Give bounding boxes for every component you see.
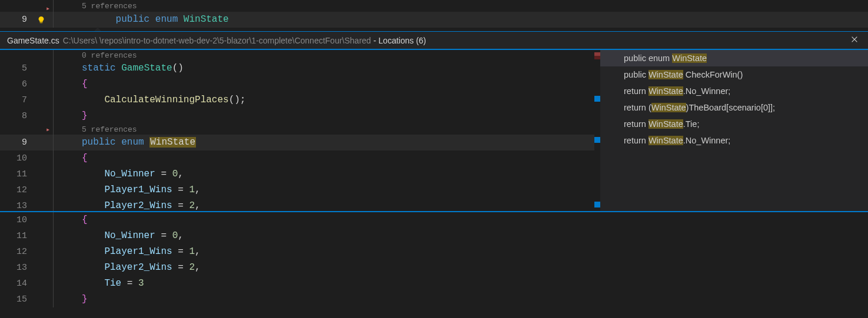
code-line[interactable]: 9 public enum WinState bbox=[0, 12, 868, 28]
code-line[interactable]: 15} bbox=[0, 292, 868, 307]
peek-pointer-icon bbox=[94, 27, 101, 31]
peek-code-editor[interactable]: 0 references 5 static GameState() 6 { 7 … bbox=[0, 50, 594, 211]
svg-rect-0 bbox=[40, 22, 42, 23]
peek-locations-label: Locations (6) bbox=[378, 36, 426, 45]
error-marker-icon: ▸ bbox=[46, 1, 50, 17]
reference-item[interactable]: public enum WinState bbox=[600, 50, 868, 66]
peek-references-list[interactable]: public enum WinStatepublic WinState Chec… bbox=[600, 50, 868, 211]
close-icon[interactable] bbox=[848, 33, 861, 48]
reference-item[interactable]: return WinState.No_Winner; bbox=[600, 83, 868, 99]
reference-item[interactable]: return WinState.Tie; bbox=[600, 116, 868, 132]
top-editor: ▸ 5 references 9 public enum WinState bbox=[0, 0, 868, 31]
reference-item[interactable]: public WinState CheckForWin() bbox=[600, 66, 868, 83]
peek-filepath: C:\Users\ \repos\intro-to-dotnet-web-dev… bbox=[63, 36, 371, 45]
reference-item[interactable]: return (WinState)TheBoard[scenario[0]]; bbox=[600, 99, 868, 116]
line-number: 9 bbox=[0, 12, 35, 28]
bottom-editor: 10{11 No_Winner = 0,12 Player1_Wins = 1,… bbox=[0, 212, 868, 307]
lightbulb-icon[interactable] bbox=[36, 15, 46, 25]
code-line[interactable]: 11 No_Winner = 0, bbox=[0, 228, 868, 244]
peek-overview-ruler bbox=[594, 50, 600, 211]
code-line[interactable]: 12 Player1_Wins = 1, bbox=[0, 244, 868, 260]
reference-item[interactable]: return WinState.No_Winner; bbox=[600, 132, 868, 149]
code-line[interactable]: 14 Tie = 3 bbox=[0, 276, 868, 292]
code-line[interactable]: 10{ bbox=[0, 212, 868, 228]
code-line[interactable]: 13 Player2_Wins = 2, bbox=[0, 260, 868, 276]
error-marker-icon: ▸ bbox=[46, 122, 50, 138]
peek-filename[interactable]: GameState.cs bbox=[7, 36, 59, 45]
peek-body: 0 references 5 static GameState() 6 { 7 … bbox=[0, 49, 868, 212]
